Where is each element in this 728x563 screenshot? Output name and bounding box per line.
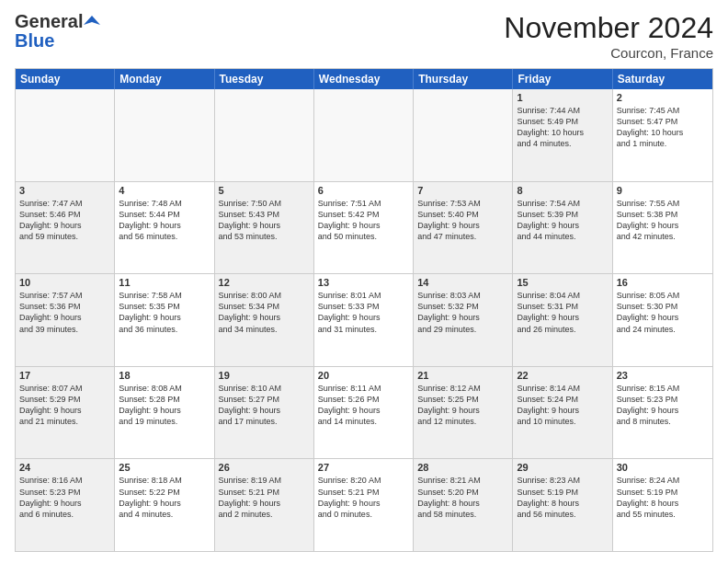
calendar-cell: 25Sunrise: 8:18 AM Sunset: 5:22 PM Dayli… (115, 459, 214, 551)
day-number: 8 (517, 185, 608, 196)
calendar-cell: 15Sunrise: 8:04 AM Sunset: 5:31 PM Dayli… (513, 274, 612, 366)
calendar-row: 17Sunrise: 8:07 AM Sunset: 5:29 PM Dayli… (16, 366, 712, 459)
day-info: Sunrise: 8:15 AM Sunset: 5:23 PM Dayligh… (617, 383, 709, 428)
header: General Blue November 2024 Courcon, Fran… (15, 11, 713, 61)
day-info: Sunrise: 8:00 AM Sunset: 5:34 PM Dayligh… (219, 290, 310, 335)
calendar: SundayMondayTuesdayWednesdayThursdayFrid… (15, 68, 713, 552)
day-number: 9 (617, 185, 709, 196)
calendar-cell: 4Sunrise: 7:48 AM Sunset: 5:44 PM Daylig… (115, 182, 214, 274)
day-number: 14 (417, 277, 508, 288)
month-title: November 2024 (504, 11, 713, 45)
day-info: Sunrise: 8:20 AM Sunset: 5:21 PM Dayligh… (318, 475, 409, 520)
day-info: Sunrise: 8:08 AM Sunset: 5:28 PM Dayligh… (119, 383, 210, 428)
day-info: Sunrise: 7:57 AM Sunset: 5:36 PM Dayligh… (19, 290, 110, 335)
calendar-cell: 16Sunrise: 8:05 AM Sunset: 5:30 PM Dayli… (613, 274, 712, 366)
calendar-cell (115, 89, 214, 181)
calendar-cell: 13Sunrise: 8:01 AM Sunset: 5:33 PM Dayli… (314, 274, 414, 366)
calendar-cell: 30Sunrise: 8:24 AM Sunset: 5:19 PM Dayli… (613, 459, 712, 551)
day-number: 27 (318, 462, 409, 473)
day-info: Sunrise: 7:51 AM Sunset: 5:42 PM Dayligh… (318, 198, 409, 243)
day-number: 26 (219, 462, 310, 473)
day-info: Sunrise: 8:24 AM Sunset: 5:19 PM Dayligh… (617, 475, 709, 520)
day-number: 22 (517, 370, 608, 381)
calendar-cell: 3Sunrise: 7:47 AM Sunset: 5:46 PM Daylig… (16, 182, 115, 274)
calendar-cell: 9Sunrise: 7:55 AM Sunset: 5:38 PM Daylig… (613, 182, 712, 274)
day-number: 7 (417, 185, 508, 196)
day-number: 19 (219, 370, 310, 381)
weekday-header: Thursday (414, 69, 513, 89)
day-number: 28 (417, 462, 508, 473)
day-number: 11 (119, 277, 210, 288)
day-number: 17 (19, 370, 110, 381)
calendar-cell: 12Sunrise: 8:00 AM Sunset: 5:34 PM Dayli… (215, 274, 314, 366)
day-info: Sunrise: 8:11 AM Sunset: 5:26 PM Dayligh… (318, 383, 409, 428)
day-info: Sunrise: 8:16 AM Sunset: 5:23 PM Dayligh… (19, 475, 110, 520)
day-info: Sunrise: 8:19 AM Sunset: 5:21 PM Dayligh… (219, 475, 310, 520)
day-info: Sunrise: 8:14 AM Sunset: 5:24 PM Dayligh… (517, 383, 608, 428)
calendar-cell: 24Sunrise: 8:16 AM Sunset: 5:23 PM Dayli… (16, 459, 115, 551)
day-number: 1 (517, 92, 608, 103)
calendar-cell: 28Sunrise: 8:21 AM Sunset: 5:20 PM Dayli… (414, 459, 513, 551)
calendar-cell: 29Sunrise: 8:23 AM Sunset: 5:19 PM Dayli… (513, 459, 612, 551)
day-number: 21 (417, 370, 508, 381)
calendar-cell: 22Sunrise: 8:14 AM Sunset: 5:24 PM Dayli… (513, 367, 612, 459)
day-number: 24 (19, 462, 110, 473)
day-info: Sunrise: 8:04 AM Sunset: 5:31 PM Dayligh… (517, 290, 608, 335)
day-info: Sunrise: 8:23 AM Sunset: 5:19 PM Dayligh… (517, 475, 608, 520)
calendar-cell: 21Sunrise: 8:12 AM Sunset: 5:25 PM Dayli… (414, 367, 513, 459)
day-number: 15 (517, 277, 608, 288)
weekday-header: Friday (513, 69, 612, 89)
calendar-row: 3Sunrise: 7:47 AM Sunset: 5:46 PM Daylig… (16, 181, 712, 274)
calendar-cell: 7Sunrise: 7:53 AM Sunset: 5:40 PM Daylig… (414, 182, 513, 274)
day-number: 2 (617, 92, 709, 103)
calendar-cell (16, 89, 115, 181)
calendar-row: 1Sunrise: 7:44 AM Sunset: 5:49 PM Daylig… (16, 89, 712, 181)
calendar-cell: 10Sunrise: 7:57 AM Sunset: 5:36 PM Dayli… (16, 274, 115, 366)
day-number: 18 (119, 370, 210, 381)
svg-marker-0 (84, 16, 100, 25)
calendar-cell: 14Sunrise: 8:03 AM Sunset: 5:32 PM Dayli… (414, 274, 513, 366)
calendar-cell: 5Sunrise: 7:50 AM Sunset: 5:43 PM Daylig… (215, 182, 314, 274)
day-number: 12 (219, 277, 310, 288)
logo-bird-icon (84, 14, 100, 30)
weekday-header: Monday (115, 69, 214, 89)
title-block: November 2024 Courcon, France (504, 11, 713, 61)
day-info: Sunrise: 7:58 AM Sunset: 5:35 PM Dayligh… (119, 290, 210, 335)
day-info: Sunrise: 7:47 AM Sunset: 5:46 PM Dayligh… (19, 198, 110, 243)
calendar-row: 10Sunrise: 7:57 AM Sunset: 5:36 PM Dayli… (16, 273, 712, 366)
weekday-header: Saturday (613, 69, 712, 89)
day-info: Sunrise: 8:01 AM Sunset: 5:33 PM Dayligh… (318, 290, 409, 335)
calendar-cell: 23Sunrise: 8:15 AM Sunset: 5:23 PM Dayli… (613, 367, 712, 459)
day-info: Sunrise: 8:21 AM Sunset: 5:20 PM Dayligh… (417, 475, 508, 520)
calendar-cell: 17Sunrise: 8:07 AM Sunset: 5:29 PM Dayli… (16, 367, 115, 459)
day-number: 30 (617, 462, 709, 473)
calendar-cell: 8Sunrise: 7:54 AM Sunset: 5:39 PM Daylig… (513, 182, 612, 274)
day-number: 16 (617, 277, 709, 288)
calendar-cell (414, 89, 513, 181)
page: General Blue November 2024 Courcon, Fran… (0, 0, 728, 563)
day-info: Sunrise: 8:12 AM Sunset: 5:25 PM Dayligh… (417, 383, 508, 428)
day-info: Sunrise: 8:18 AM Sunset: 5:22 PM Dayligh… (119, 475, 210, 520)
day-number: 25 (119, 462, 210, 473)
day-number: 3 (19, 185, 110, 196)
calendar-cell: 11Sunrise: 7:58 AM Sunset: 5:35 PM Dayli… (115, 274, 214, 366)
day-info: Sunrise: 8:03 AM Sunset: 5:32 PM Dayligh… (417, 290, 508, 335)
day-info: Sunrise: 7:48 AM Sunset: 5:44 PM Dayligh… (119, 198, 210, 243)
calendar-cell: 18Sunrise: 8:08 AM Sunset: 5:28 PM Dayli… (115, 367, 214, 459)
weekday-header: Wednesday (314, 69, 414, 89)
day-info: Sunrise: 7:44 AM Sunset: 5:49 PM Dayligh… (517, 105, 608, 150)
weekday-header: Tuesday (215, 69, 314, 89)
calendar-cell (314, 89, 414, 181)
day-info: Sunrise: 7:45 AM Sunset: 5:47 PM Dayligh… (617, 105, 709, 150)
calendar-header: SundayMondayTuesdayWednesdayThursdayFrid… (16, 69, 712, 89)
calendar-row: 24Sunrise: 8:16 AM Sunset: 5:23 PM Dayli… (16, 458, 712, 551)
calendar-cell: 1Sunrise: 7:44 AM Sunset: 5:49 PM Daylig… (513, 89, 612, 181)
day-info: Sunrise: 8:07 AM Sunset: 5:29 PM Dayligh… (19, 383, 110, 428)
calendar-cell: 20Sunrise: 8:11 AM Sunset: 5:26 PM Dayli… (314, 367, 414, 459)
day-number: 10 (19, 277, 110, 288)
day-number: 4 (119, 185, 210, 196)
calendar-cell: 19Sunrise: 8:10 AM Sunset: 5:27 PM Dayli… (215, 367, 314, 459)
location-title: Courcon, France (504, 45, 713, 61)
calendar-cell (215, 89, 314, 181)
day-number: 13 (318, 277, 409, 288)
